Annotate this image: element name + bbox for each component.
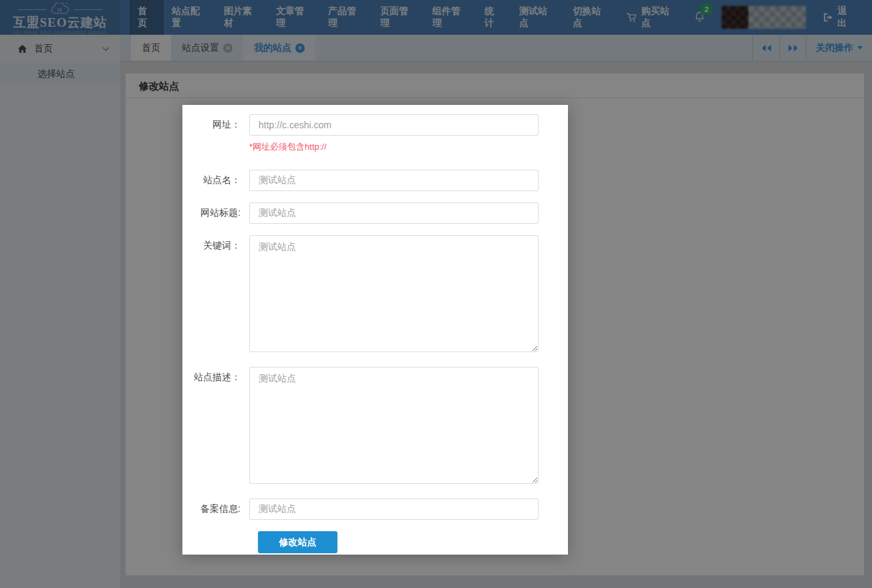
site-name-input[interactable] (249, 170, 539, 191)
form-row-site-title: 网站标题: (182, 202, 568, 224)
form-row-icp: 备案信息: (182, 498, 568, 520)
form-row-keywords: 关键词： 测试站点 (182, 235, 568, 355)
site-description-label: 站点描述： (182, 367, 249, 384)
url-validation-note: *网址必须包含http:// (249, 141, 539, 153)
form-row-site-name: 站点名： (182, 170, 568, 191)
submit-edit-site-button[interactable]: 修改站点 (258, 531, 337, 553)
url-label: 网址： (182, 114, 249, 131)
url-input[interactable] (249, 114, 539, 136)
keywords-textarea[interactable]: 测试站点 (249, 235, 539, 352)
page: H 互盟SEO云建站 -Hu meng SEO construction sta… (0, 0, 872, 588)
site-name-label: 站点名： (182, 170, 249, 186)
site-title-input[interactable] (249, 202, 539, 224)
icp-info-input[interactable] (249, 498, 539, 520)
keywords-label: 关键词： (182, 235, 249, 252)
edit-site-modal: 网址： *网址必须包含http:// 站点名： 网站标题: 关键词： 测试站点 (182, 105, 568, 555)
form-row-description: 站点描述： 测试站点 (182, 367, 568, 486)
site-description-textarea[interactable]: 测试站点 (249, 367, 539, 484)
icp-info-label: 备案信息: (182, 498, 249, 515)
site-title-label: 网站标题: (182, 202, 249, 219)
form-row-url: 网址： *网址必须包含http:// (182, 114, 568, 153)
